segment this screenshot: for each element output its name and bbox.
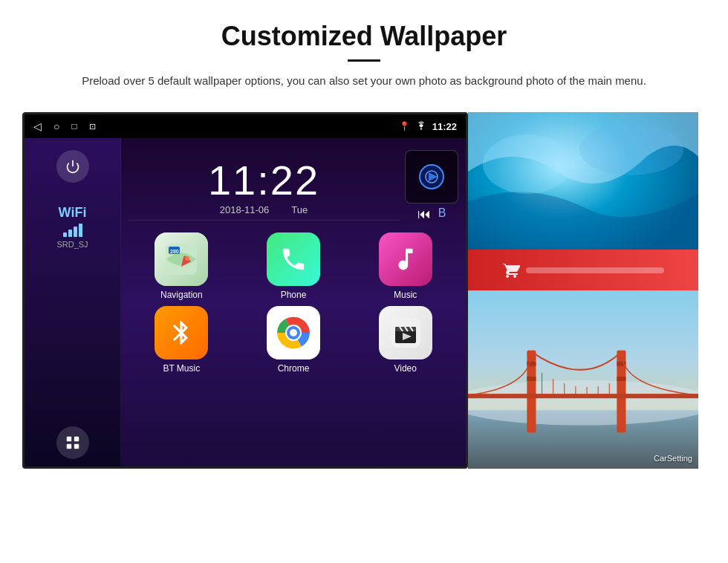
wifi-bar-3: [74, 227, 77, 237]
location-icon: 📍: [399, 121, 410, 131]
clock-time: 11:22: [129, 160, 399, 201]
app-grid: 280 Navigation: [121, 224, 466, 383]
back-nav-icon: ◁: [33, 120, 42, 132]
wifi-ssid: SRD_SJ: [56, 240, 88, 249]
wifi-bars: [56, 224, 88, 237]
carsetting-label: CarSetting: [654, 454, 692, 463]
svg-point-15: [290, 329, 297, 336]
svg-point-24: [579, 123, 683, 175]
header-section: Customized Wallpaper Preload over 5 defa…: [0, 0, 728, 102]
prev-track-icon[interactable]: ⏮: [417, 206, 431, 222]
wifi-bar-4: [79, 224, 82, 237]
store-bar: [526, 267, 664, 273]
bridge-texture: CarSetting: [468, 290, 698, 469]
power-button[interactable]: [56, 150, 89, 183]
sidebar: WiFi SRD_SJ: [25, 138, 121, 469]
main-content: WiFi SRD_SJ: [25, 138, 466, 469]
wifi-section: WiFi SRD_SJ: [56, 205, 88, 249]
music-icon: [379, 232, 432, 286]
screenshot-icon: ⊡: [89, 122, 96, 131]
svg-rect-4: [74, 444, 78, 449]
android-screen: ◁ ○ □ ⊡ 📍 11:22: [22, 112, 468, 469]
apps-grid-button[interactable]: [56, 426, 89, 459]
status-bar: ◁ ○ □ ⊡ 📍 11:22: [25, 114, 466, 138]
ice-texture: [468, 112, 698, 290]
content-section: ◁ ○ □ ⊡ 📍 11:22: [0, 112, 728, 469]
clock-status: 11:22: [432, 121, 457, 132]
day-value: Tue: [291, 204, 308, 215]
media-widget: ⏮ B: [405, 150, 458, 222]
svg-point-10: [185, 256, 189, 261]
svg-rect-3: [66, 444, 71, 449]
media-controls: ⏮ B: [417, 206, 446, 222]
app-phone[interactable]: Phone: [241, 232, 347, 300]
wallpaper-panel: CarSetting: [468, 112, 698, 469]
video-label: Video: [394, 363, 416, 374]
phone-label: Phone: [281, 290, 307, 300]
svg-point-23: [483, 134, 572, 194]
wifi-label: WiFi: [56, 205, 88, 221]
btmusic-label: BT Music: [163, 363, 200, 374]
svg-text:280: 280: [170, 249, 179, 254]
status-bar-right: 📍 11:22: [399, 121, 457, 132]
app-video[interactable]: Video: [352, 306, 458, 374]
status-bar-left: ◁ ○ □ ⊡: [33, 120, 96, 132]
svg-rect-1: [66, 437, 71, 441]
wallpaper-thumb-top[interactable]: [468, 112, 698, 290]
navigation-label: Navigation: [160, 290, 203, 300]
app-btmusic[interactable]: BT Music: [129, 306, 235, 374]
music-label: Music: [394, 290, 417, 300]
svg-rect-34: [468, 394, 698, 398]
title-divider: [348, 59, 380, 62]
btmusic-icon: [155, 306, 208, 359]
clock-section: 11:22 2018-11-06 Tue: [129, 152, 399, 221]
center-area: 11:22 2018-11-06 Tue: [121, 138, 466, 469]
wifi-status-icon: [416, 121, 426, 132]
video-icon: [379, 306, 432, 359]
navigation-icon: 280: [155, 232, 208, 286]
wifi-bar-1: [63, 232, 67, 237]
chrome-icon: [267, 306, 320, 359]
svg-rect-31: [527, 377, 536, 381]
clock-date: 2018-11-06 Tue: [129, 204, 399, 215]
app-navigation[interactable]: 280 Navigation: [129, 232, 235, 300]
phone-icon: [267, 232, 320, 286]
chrome-label: Chrome: [278, 363, 310, 374]
svg-rect-33: [617, 377, 625, 381]
page-wrapper: Customized Wallpaper Preload over 5 defa…: [0, 0, 728, 563]
svg-rect-2: [74, 437, 78, 441]
wifi-bar-2: [68, 230, 72, 237]
store-card: [468, 250, 698, 290]
wallpaper-thumb-bottom[interactable]: CarSetting: [468, 290, 698, 469]
app-chrome[interactable]: Chrome: [241, 306, 347, 374]
page-title: Customized Wallpaper: [45, 21, 683, 52]
media-album-art: [405, 150, 458, 204]
app-music[interactable]: Music: [352, 232, 458, 300]
date-value: 2018-11-06: [220, 204, 270, 215]
home-nav-icon: ○: [53, 120, 59, 132]
recents-nav-icon: □: [71, 121, 77, 131]
subtitle: Preload over 5 default wallpaper options…: [74, 72, 654, 90]
bluetooth-icon: B: [438, 206, 446, 222]
